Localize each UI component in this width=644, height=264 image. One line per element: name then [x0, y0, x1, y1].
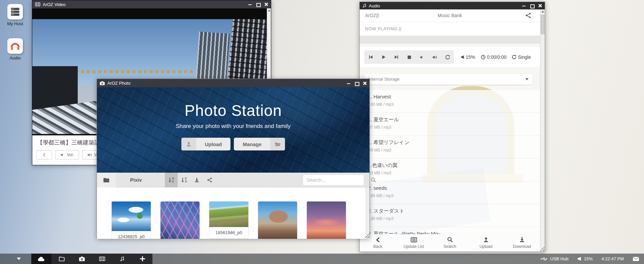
track-row[interactable]: 01.色違いの翼 9.63 MB / mp3 [360, 159, 540, 181]
volume-tray-item[interactable]: 15% [577, 256, 593, 261]
track-row[interactable]: 01. 希望リフレイン 9.09 MB / mp3 [360, 136, 540, 159]
volume-down-button[interactable]: Vol- [55, 150, 79, 160]
scroll-up-icon[interactable] [268, 9, 271, 11]
stop-button[interactable] [403, 50, 416, 64]
photo-hero-banner: Photo Station Share your photo with your… [97, 87, 369, 173]
volume-up-button[interactable] [428, 50, 441, 64]
taskbar-item-photo[interactable] [72, 254, 92, 264]
chevron-down-icon [525, 78, 529, 80]
upload-button[interactable]: Upload [468, 234, 504, 252]
share-icon[interactable] [525, 12, 531, 18]
photo-station-title: Photo Station [97, 101, 369, 120]
usb-icon [540, 257, 548, 261]
taskbar-item-add[interactable] [132, 254, 152, 264]
search-button[interactable]: Search [432, 234, 468, 252]
desktop-icon-label: Audio [2, 55, 28, 60]
taskbar-item-files[interactable] [51, 254, 72, 264]
video-prev-button[interactable] [36, 150, 52, 160]
maximize-button[interactable] [256, 2, 260, 6]
desktop-icon-my-host[interactable]: My Host [2, 4, 28, 26]
desktop-wallpaper: My Host Audio ArOZ Video [0, 0, 644, 264]
volume-down-label: Vol- [67, 152, 74, 157]
close-button[interactable] [363, 81, 367, 85]
track-title: 01. 夏空エール [365, 117, 399, 123]
update-list-button[interactable]: Update List [396, 234, 432, 252]
upload-icon [181, 138, 196, 150]
photo-thumbnail[interactable] [307, 201, 346, 239]
scroll-up-icon[interactable] [541, 10, 544, 12]
clock-tray-item[interactable]: 4:22:47 PM [602, 256, 624, 261]
storage-dropdown-value: Internal Storage [368, 77, 400, 82]
seek-bar[interactable] [360, 36, 540, 44]
track-title: 01.色違いの翼 [365, 162, 398, 169]
play-button[interactable] [377, 50, 390, 64]
track-row[interactable]: 01. Harvest 10.93 MB / mp3 [360, 90, 540, 113]
photo-label: 18561946_p0 [209, 227, 248, 238]
photo-image [112, 202, 151, 231]
audio-window-titlebar[interactable]: Audio [360, 2, 545, 9]
photo-thumbnail[interactable] [258, 201, 297, 239]
refresh-button[interactable] [441, 50, 454, 64]
maximize-button[interactable] [355, 81, 359, 85]
headphones-icon [7, 38, 23, 54]
share-button[interactable] [203, 173, 216, 187]
photo-thumbnail[interactable]: 18561946_p0 [209, 201, 249, 239]
close-button[interactable] [538, 4, 542, 8]
manage-button[interactable]: Manage [234, 138, 285, 150]
upload-button[interactable]: Upload [181, 138, 231, 150]
search-input[interactable] [303, 177, 371, 183]
skip-next-button[interactable] [390, 50, 403, 64]
download-button[interactable] [190, 173, 203, 187]
taskbar-item-music[interactable] [112, 254, 132, 264]
photo-image [307, 202, 346, 239]
photo-scrollbar[interactable] [366, 187, 369, 239]
photo-label: 12436825_p0 [112, 231, 151, 239]
folder-open-icon [270, 138, 285, 150]
sort-za-button[interactable]: ZA [178, 173, 190, 187]
music-note-icon [362, 3, 366, 8]
track-row[interactable]: 02. seeds 12.99 MB / mp3 [360, 181, 540, 204]
time-display: 0:00/0:00 [487, 54, 506, 60]
storage-dropdown[interactable]: Internal Storage [364, 74, 533, 85]
taskbar-caret-icon[interactable] [17, 258, 21, 260]
video-window-titlebar[interactable]: ArOZ Video [32, 0, 271, 8]
speaker-icon [577, 257, 581, 261]
film-icon [35, 2, 40, 7]
minimize-button[interactable] [347, 81, 351, 85]
audio-scrollbar[interactable] [540, 9, 545, 252]
photo-thumbnail[interactable] [160, 201, 200, 239]
sort-az-button[interactable]: AZ [165, 173, 178, 187]
track-row[interactable]: 02. スターダスト 12.39 MB / mp3 [360, 204, 540, 227]
now-playing-label: NOW PLAYING || [365, 26, 401, 31]
volume-down-button[interactable] [416, 50, 428, 64]
download-button[interactable]: Download [504, 234, 540, 252]
taskbar-item-cloud[interactable] [31, 254, 51, 264]
close-button[interactable] [264, 2, 268, 6]
maximize-button[interactable] [530, 4, 534, 8]
taskbar-item-video[interactable] [92, 254, 112, 264]
audio-window-body: ArOZβ Music Bank NOW PLAYING || [360, 9, 545, 252]
search-icon[interactable] [371, 177, 376, 183]
upload-icon [483, 237, 489, 243]
camera-icon [100, 81, 105, 85]
folder-icon [59, 256, 65, 261]
minimize-button[interactable] [248, 2, 252, 6]
desktop-icon-audio[interactable]: Audio [2, 38, 28, 60]
server-icon [7, 4, 23, 19]
play-mode-toggle[interactable]: Single [512, 50, 531, 64]
photo-window-titlebar[interactable]: ArOZ Photo [97, 79, 369, 87]
photo-thumbnail[interactable]: 12436825_p0 [111, 201, 151, 239]
audio-window-title: Audio [369, 3, 380, 8]
track-title: 02. スターダスト [365, 208, 404, 214]
track-row[interactable]: 01. 夏空エール 9.37 MB / mp3 [360, 113, 540, 136]
scrollbar-thumb[interactable] [541, 15, 544, 34]
minimize-button[interactable] [522, 4, 526, 8]
film-icon [99, 256, 105, 261]
folder-button[interactable] [97, 173, 116, 187]
skip-previous-button[interactable] [364, 50, 377, 64]
messages-tray-item[interactable] [633, 257, 639, 261]
usb-hub-tray-item[interactable]: USB Hub [540, 256, 568, 261]
list-icon [410, 237, 417, 243]
clock-time: 4:22:47 PM [602, 256, 624, 261]
now-playing-bar: NOW PLAYING || [360, 22, 540, 36]
